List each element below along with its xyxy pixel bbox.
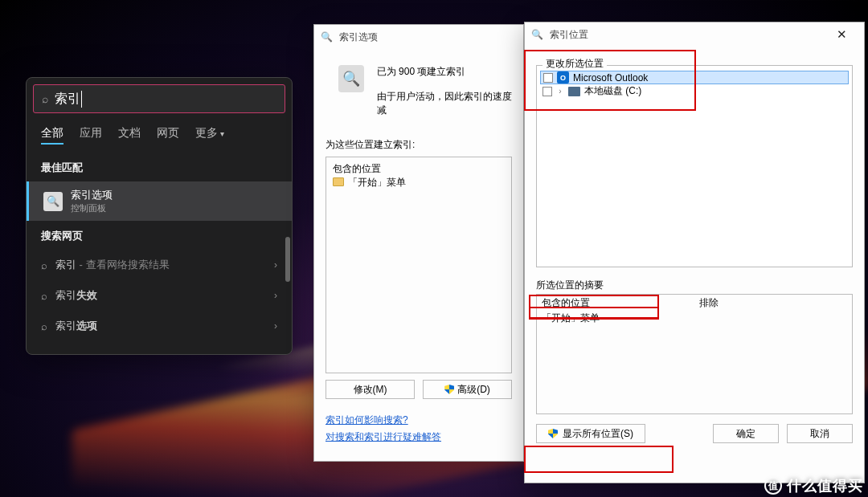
- chevron-right-icon: ›: [274, 320, 277, 332]
- dialog-title: 索引位置: [550, 28, 588, 42]
- expand-icon[interactable]: ›: [556, 87, 564, 96]
- search-icon: ⌕: [41, 259, 47, 271]
- summary-label: 所选位置的摘要: [536, 279, 853, 292]
- best-match-header: 最佳匹配: [27, 153, 292, 181]
- dialog-titlebar[interactable]: 🔍 索引位置 ✕: [525, 22, 864, 47]
- web-result-row[interactable]: ⌕ 索引选项 ›: [27, 311, 292, 341]
- drive-icon: [568, 87, 580, 96]
- ok-button[interactable]: 确定: [713, 424, 779, 443]
- index-options-icon: 🔍: [43, 192, 63, 211]
- index-locations-dialog: 🔍 索引位置 ✕ 更改所选位置 O Microsoft Outlook › 本地…: [524, 22, 865, 483]
- search-query-text: 索引: [55, 91, 82, 108]
- windows-search-panel: ⌕ 索引 全部 应用 文档 网页 更多 最佳匹配 🔍 索引选项 控制面板 搜索网…: [26, 77, 293, 355]
- web-result-row[interactable]: ⌕ 索引 - 查看网络搜索结果 ›: [27, 250, 292, 280]
- search-icon: ⌕: [41, 290, 47, 302]
- tab-all[interactable]: 全部: [41, 126, 63, 145]
- tab-more[interactable]: 更多: [195, 126, 224, 145]
- show-all-locations-button[interactable]: 显示所有位置(S): [536, 424, 645, 443]
- locations-tree[interactable]: O Microsoft Outlook › 本地磁盘 (C:): [536, 65, 853, 267]
- list-item[interactable]: 「开始」菜单: [542, 312, 690, 325]
- dialog-title: 索引选项: [339, 31, 378, 44]
- tree-item-outlook[interactable]: O Microsoft Outlook: [540, 71, 849, 84]
- chevron-right-icon: ›: [274, 290, 277, 301]
- modify-button[interactable]: 修改(M): [326, 380, 415, 399]
- watermark: 值 什么值得买: [764, 476, 863, 495]
- cancel-button[interactable]: 取消: [787, 424, 853, 443]
- web-result-row[interactable]: ⌕ 索引失效 ›: [27, 280, 292, 311]
- scrollbar-thumb[interactable]: [285, 237, 290, 282]
- close-button[interactable]: ✕: [825, 27, 858, 42]
- index-status-note: 由于用户活动，因此索引的速度减: [377, 90, 512, 117]
- summary-box: 包含的位置 「开始」菜单 排除: [536, 294, 853, 414]
- tree-item-local-disk[interactable]: › 本地磁盘 (C:): [540, 84, 849, 98]
- best-match-subtitle: 控制面板: [71, 202, 113, 214]
- included-locations-list[interactable]: 包含的位置 「开始」菜单: [326, 157, 512, 373]
- checkbox[interactable]: [542, 87, 552, 96]
- index-large-icon: 🔍: [338, 65, 364, 92]
- excluded-header: 排除: [699, 296, 847, 310]
- index-icon: 🔍: [321, 31, 333, 43]
- shield-icon: [444, 385, 454, 394]
- shield-icon: [548, 429, 558, 438]
- locations-label: 为这些位置建立索引:: [314, 117, 523, 157]
- best-match-title: 索引选项: [71, 188, 113, 202]
- folder-icon: [333, 177, 344, 186]
- web-results-header: 搜索网页: [27, 221, 292, 250]
- checkbox[interactable]: [543, 73, 553, 83]
- search-tabs: 全部 应用 文档 网页 更多: [27, 113, 292, 153]
- list-header: 包含的位置: [333, 162, 505, 176]
- index-options-dialog: 🔍 索引选项 🔍 已为 900 项建立索引 由于用户活动，因此索引的速度减 为这…: [313, 24, 524, 462]
- watermark-icon: 值: [764, 477, 782, 495]
- help-link-troubleshoot[interactable]: 对搜索和索引进行疑难解答: [326, 430, 512, 444]
- dialog-titlebar[interactable]: 🔍 索引选项: [314, 25, 523, 49]
- change-locations-label: 更改所选位置: [542, 57, 607, 71]
- index-status-count: 已为 900 项建立索引: [377, 65, 512, 79]
- tab-docs[interactable]: 文档: [118, 126, 141, 145]
- best-match-result[interactable]: 🔍 索引选项 控制面板: [27, 181, 292, 221]
- tab-apps[interactable]: 应用: [80, 126, 102, 145]
- chevron-right-icon: ›: [274, 259, 277, 271]
- advanced-button[interactable]: 高级(D): [423, 380, 512, 399]
- outlook-icon: O: [557, 71, 569, 84]
- search-icon: ⌕: [42, 92, 48, 105]
- tab-web[interactable]: 网页: [157, 126, 179, 145]
- help-link-search[interactable]: 索引如何影响搜索?: [326, 413, 512, 427]
- search-input-box[interactable]: ⌕ 索引: [33, 84, 285, 113]
- list-item[interactable]: 「开始」菜单: [333, 176, 505, 189]
- included-header: 包含的位置: [542, 296, 690, 310]
- search-icon: ⌕: [41, 320, 47, 332]
- index-icon: 🔍: [531, 29, 543, 40]
